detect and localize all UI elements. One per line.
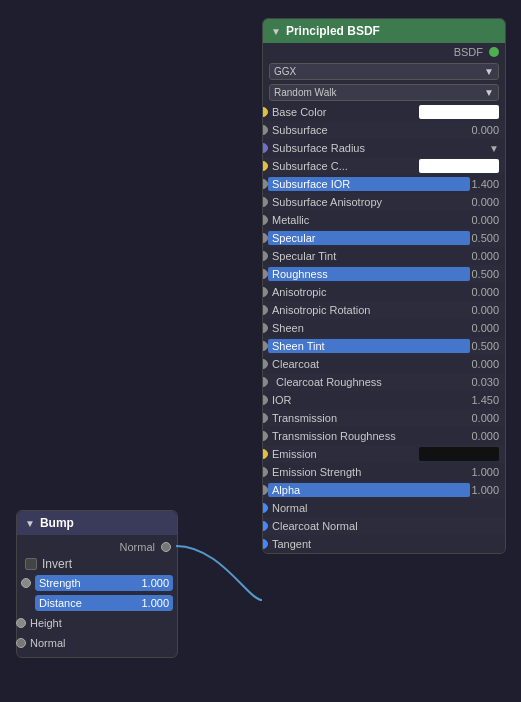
socket-label-subsurface-anisotropy: Subsurface Anisotropy	[268, 196, 470, 208]
socket-value-clearcoat: 0.000	[470, 358, 505, 370]
socket-row-sheen: Sheen 0.000	[263, 319, 505, 337]
socket-label-roughness: Roughness	[268, 267, 470, 281]
socket-label-anisotropic-rotation: Anisotropic Rotation	[268, 304, 470, 316]
socket-value-anisotropic-rotation: 0.000	[470, 304, 505, 316]
socket-label-subsurface: Subsurface	[268, 124, 470, 136]
connection-bump-normal	[176, 546, 262, 600]
ggx-chevron: ▼	[484, 66, 494, 77]
socket-swatch-emission[interactable]	[419, 447, 499, 461]
height-row: Height	[17, 613, 177, 633]
socket-label-sheen: Sheen	[268, 322, 470, 334]
bsdf-title: Principled BSDF	[286, 24, 380, 38]
socket-label-ior: IOR	[268, 394, 470, 406]
socket-row-subsurface-anisotropy: Subsurface Anisotropy 0.000	[263, 193, 505, 211]
socket-row-emission-strength: Emission Strength 1.000	[263, 463, 505, 481]
ggx-dropdown-row: GGX ▼	[263, 61, 505, 82]
bump-output-label: Normal	[120, 541, 155, 553]
socket-label-subsurface-ior: Subsurface IOR	[268, 177, 470, 191]
socket-label-sheen-tint: Sheen Tint	[268, 339, 470, 353]
socket-row-clearcoat-normal: Clearcoat Normal	[263, 517, 505, 535]
socket-label-transmission-roughness: Transmission Roughness	[268, 430, 470, 442]
socket-value-clearcoat-roughness: 0.030	[470, 376, 505, 388]
socket-row-anisotropic: Anisotropic 0.000	[263, 283, 505, 301]
socket-label-base-color: Base Color	[268, 106, 419, 118]
socket-label-anisotropic: Anisotropic	[268, 286, 470, 298]
random-walk-label: Random Walk	[274, 87, 336, 98]
bump-node: ▼ Bump Normal Invert Strength 1.000	[16, 510, 178, 658]
distance-row: Distance 1.000	[17, 593, 177, 613]
bsdf-output-dot[interactable]	[489, 47, 499, 57]
strength-value: 1.000	[141, 577, 169, 589]
invert-checkbox[interactable]	[25, 558, 37, 570]
bump-node-header: ▼ Bump	[17, 511, 177, 535]
socket-row-metallic: Metallic 0.000	[263, 211, 505, 229]
socket-row-normal: Normal	[263, 499, 505, 517]
socket-value-subsurface: 0.000	[470, 124, 505, 136]
bump-output-dot[interactable]	[161, 542, 171, 552]
socket-value-emission-strength: 1.000	[470, 466, 505, 478]
socket-row-sheen-tint: Sheen Tint 0.500	[263, 337, 505, 355]
socket-label-subsurface-radius: Subsurface Radius	[268, 142, 489, 154]
socket-value-subsurface-ior: 1.400	[470, 178, 505, 190]
distance-slider[interactable]: Distance 1.000	[35, 595, 173, 611]
bump-normal-label: Normal	[26, 637, 69, 649]
socket-row-specular-tint: Specular Tint 0.000	[263, 247, 505, 265]
socket-value-alpha: 1.000	[470, 484, 505, 496]
ggx-label: GGX	[274, 66, 296, 77]
strength-slider-label: Strength 1.000	[35, 575, 173, 591]
bump-socket-dot-strength[interactable]	[21, 578, 31, 588]
socket-row-emission: Emission	[263, 445, 505, 463]
random-walk-chevron: ▼	[484, 87, 494, 98]
bsdf-output-row: BSDF	[263, 43, 505, 61]
bump-title: Bump	[40, 516, 74, 530]
socket-value-roughness: 0.500	[470, 268, 505, 280]
socket-label-subsurface-c: Subsurface C...	[268, 160, 419, 172]
bump-socket-dot-height[interactable]	[16, 618, 26, 628]
socket-label-transmission: Transmission	[268, 412, 470, 424]
bsdf-output-label: BSDF	[454, 46, 483, 58]
socket-label-clearcoat: Clearcoat	[268, 358, 470, 370]
distance-value: 1.000	[141, 597, 169, 609]
socket-swatch-base-color[interactable]	[419, 105, 499, 119]
socket-value-anisotropic: 0.000	[470, 286, 505, 298]
socket-value-ior: 1.450	[470, 394, 505, 406]
socket-label-alpha: Alpha	[268, 483, 470, 497]
bump-socket-dot-normal[interactable]	[16, 638, 26, 648]
socket-row-ior: IOR 1.450	[263, 391, 505, 409]
height-label: Height	[26, 617, 66, 629]
collapse-icon[interactable]: ▼	[271, 26, 281, 37]
distance-slider-label: Distance 1.000	[35, 595, 173, 611]
socket-value-sheen: 0.000	[470, 322, 505, 334]
socket-swatch-subsurface-c[interactable]	[419, 159, 499, 173]
socket-value-specular-tint: 0.000	[470, 250, 505, 262]
bsdf-node-header: ▼ Principled BSDF	[263, 19, 505, 43]
socket-row-anisotropic-rotation: Anisotropic Rotation 0.000	[263, 301, 505, 319]
bump-collapse-icon[interactable]: ▼	[25, 518, 35, 529]
strength-row: Strength 1.000	[17, 573, 177, 593]
socket-row-transmission-roughness: Transmission Roughness 0.000	[263, 427, 505, 445]
socket-label-clearcoat-roughness: Clearcoat Roughness	[268, 376, 470, 388]
socket-row-clearcoat-roughness: Clearcoat Roughness 0.030	[263, 373, 505, 391]
socket-value-sheen-tint: 0.500	[470, 340, 505, 352]
random-walk-dropdown[interactable]: Random Walk ▼	[269, 84, 499, 101]
socket-row-subsurface: Subsurface 0.000	[263, 121, 505, 139]
bsdf-node: ▼ Principled BSDF BSDF GGX ▼ Random Walk…	[262, 18, 506, 554]
subsurface-radius-chevron: ▼	[489, 143, 505, 154]
socket-row-roughness: Roughness 0.500	[263, 265, 505, 283]
socket-label-emission-strength: Emission Strength	[268, 466, 470, 478]
strength-slider[interactable]: Strength 1.000	[35, 575, 173, 591]
bump-body: Normal Invert Strength 1.000	[17, 535, 177, 657]
socket-row-transmission: Transmission 0.000	[263, 409, 505, 427]
ggx-dropdown[interactable]: GGX ▼	[269, 63, 499, 80]
socket-label-specular-tint: Specular Tint	[268, 250, 470, 262]
random-walk-dropdown-row: Random Walk ▼	[263, 82, 505, 103]
socket-label-clearcoat-normal: Clearcoat Normal	[268, 520, 505, 532]
invert-label: Invert	[42, 557, 72, 571]
socket-value-transmission-roughness: 0.000	[470, 430, 505, 442]
strength-text: Strength	[39, 577, 81, 589]
socket-row-subsurface-c: Subsurface C...	[263, 157, 505, 175]
socket-row-subsurface-ior: Subsurface IOR 1.400	[263, 175, 505, 193]
invert-row: Invert	[17, 555, 177, 573]
socket-value-specular: 0.500	[470, 232, 505, 244]
socket-row-base-color: Base Color	[263, 103, 505, 121]
